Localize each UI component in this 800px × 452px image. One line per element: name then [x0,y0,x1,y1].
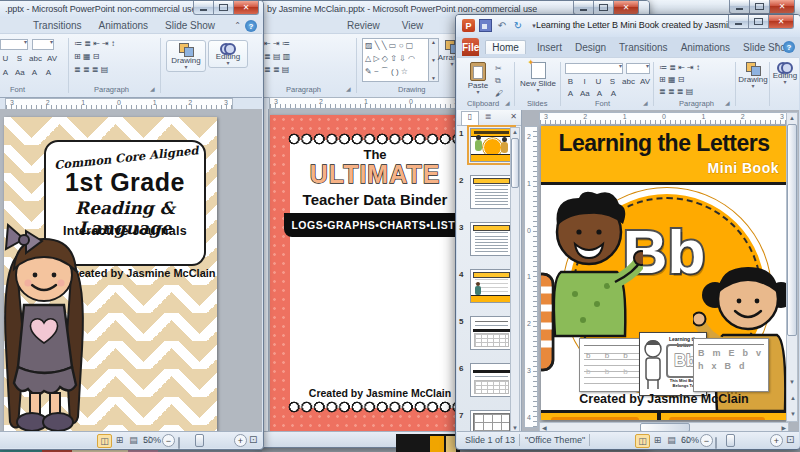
slide-thumbnail-7[interactable]: 7 [457,409,515,432]
drawing-button[interactable]: Drawing ▾ [166,40,206,72]
fit-window-button[interactable]: ⊡ [786,434,794,445]
slide-canvas[interactable]: Learning the Letters Mini Book Bb [541,126,787,420]
slide-canvas[interactable]: The ULTIMATE Teacher Data Binder LOGS•GR… [270,115,464,431]
maximize-button[interactable] [749,15,769,29]
font-format-button[interactable]: AV [639,76,651,87]
font-size-button[interactable]: A [594,88,605,99]
font-size-button[interactable]: A [565,88,576,99]
font-format-button[interactable]: I [579,76,590,87]
view-normal-button[interactable]: ◫ [97,434,112,448]
collapse-ribbon-icon[interactable]: ⌃ [234,21,241,30]
shape-row[interactable]: ▨ ╲ ╲ ▭ ○ ▢ [365,40,427,52]
slide-thumbnail-1[interactable]: 1 [457,127,515,167]
minimize-button[interactable] [573,1,594,15]
dialog-launcher-icon[interactable]: ◢ [150,85,155,92]
active-window-titlebar[interactable]: P ↶ ↻ ▾ Learning the Letter B Mini Book … [456,15,800,37]
cut-icon[interactable]: ✂ [495,64,503,73]
zoom-slider[interactable] [178,437,180,449]
paragraph-buttons-row[interactable]: ≣ ≣ ≣ ▤ [659,87,700,96]
tab-animations[interactable]: Animations [679,42,732,53]
new-slide-button[interactable]: New Slide ▾ [519,62,557,92]
left-window-titlebar[interactable]: .pptx - Microsoft PowerPoint non-commerc… [0,1,263,18]
collapse-ribbon-icon[interactable]: ⌃ [773,42,780,51]
previous-slide-button[interactable]: ▲ [787,395,797,401]
maximize-button[interactable] [594,1,614,15]
minimize-button[interactable] [729,0,750,14]
slide-editing-area[interactable]: Common Core Aligned 1st Grade Reading & … [0,109,262,432]
font-size-button[interactable]: A [43,67,54,78]
font-format-button[interactable]: U [593,76,604,87]
slide-thumbnail-6[interactable]: 6 [457,362,515,402]
tab-review[interactable]: Review [345,20,382,31]
minimize-button[interactable] [728,15,749,29]
paragraph-buttons-row[interactable]: ⊞ ▦ ⊟ [659,75,700,84]
font-size-combo[interactable] [32,39,54,50]
thumbnail-image[interactable] [470,363,513,397]
font-format-button[interactable]: abc [621,76,636,87]
font-format-button[interactable]: AV [46,53,58,64]
font-format-button[interactable]: abc [28,53,43,64]
minimize-button[interactable] [193,1,214,15]
zoom-slider[interactable] [715,437,717,449]
thumbnail-image[interactable] [470,410,513,432]
font-name-combo[interactable] [565,63,623,74]
scroll-up-icon[interactable]: ▲ [511,129,519,135]
slide-thumbnail-5[interactable]: 5 [457,315,515,355]
close-icon[interactable]: ✕ [770,0,795,14]
undo-button[interactable]: ↶ [496,20,508,32]
view-sorter-button[interactable]: ⊞ [113,434,126,446]
shape-row[interactable]: ✎ ~ ⌒ ( ) ☆ [365,66,427,78]
tab-slide-show[interactable]: Slide Show [163,20,217,31]
tab-home[interactable]: Home [485,40,526,54]
tab-file[interactable]: File [462,38,479,56]
scroll-up-icon[interactable]: ▲ [787,115,797,121]
drawing-button[interactable]: Drawing ▾ [739,62,767,88]
scroll-right-icon[interactable]: ▶ [781,424,786,431]
save-button[interactable] [479,19,492,32]
powerpoint-logo-icon[interactable]: P [462,19,475,32]
zoom-out-button[interactable]: − [700,434,713,447]
dialog-launcher-icon[interactable]: ◢ [643,99,648,106]
shape-gallery[interactable]: ▨ ╲ ╲ ▭ ○ ▢△ ▷ ◇ ⇧ ⇩ ◠✎ ~ ⌒ ( ) ☆ [362,38,430,82]
outline-tab[interactable]: ≣ [479,111,497,126]
font-size-button[interactable]: A [29,67,40,78]
maximize-button[interactable] [750,0,770,14]
paste-button[interactable]: Paste ▾ [465,62,491,94]
close-pane-icon[interactable]: ✕ [510,112,517,121]
scroll-down-icon[interactable]: ▼ [431,57,436,63]
font-size-button[interactable]: A [608,88,619,99]
slide-canvas[interactable]: Common Core Aligned 1st Grade Reading & … [4,117,217,432]
font-name-combo[interactable] [0,39,28,50]
font-size-button[interactable]: Aa [579,88,591,99]
dialog-launcher-icon[interactable]: ◢ [346,85,351,92]
scroll-up-icon[interactable]: ▲ [431,39,436,45]
view-sorter-button[interactable]: ⊞ [651,434,664,446]
view-reading-button[interactable]: ▤ [665,434,678,446]
thumbnail-image[interactable] [470,222,513,256]
paragraph-buttons-row[interactable]: ≣ ≣ ≣ ▤ [74,65,115,74]
close-icon[interactable]: ✕ [769,15,794,29]
scroll-left-icon[interactable]: ◀ [542,424,547,431]
scroll-down-icon[interactable]: ▼ [787,379,797,385]
font-size-button[interactable]: Aa [14,67,26,78]
tab-view[interactable]: View [400,20,426,31]
tab-design[interactable]: Design [573,42,608,53]
view-reading-button[interactable]: ▤ [127,434,140,446]
thumbnail-scrollbar[interactable]: ▲ ▼ [510,127,520,432]
font-format-button[interactable]: U [0,53,11,64]
slide-thumbnail-3[interactable]: 3 [457,221,515,261]
thumbnail-image[interactable] [470,269,513,303]
maximize-button[interactable] [214,1,234,15]
fit-window-button[interactable]: ⊡ [249,434,257,445]
slides-tab[interactable]: ▯ [461,111,479,126]
gallery-more-icon[interactable]: ▼ [431,75,436,81]
view-normal-button[interactable]: ◫ [635,434,650,448]
thumbnail-image[interactable] [470,128,513,162]
font-size-button[interactable]: A [0,67,11,78]
zoom-in-button[interactable]: + [770,434,783,447]
paragraph-buttons-row[interactable]: ≔ ≣ ⇤ ⇥ ↕ [659,63,700,72]
close-icon[interactable]: ✕ [234,1,259,15]
redo-button[interactable]: ↻ [512,20,524,32]
paragraph-buttons-row[interactable]: ≣ ≣ ▤ [264,65,290,74]
next-slide-button[interactable]: ▼ [787,411,797,417]
